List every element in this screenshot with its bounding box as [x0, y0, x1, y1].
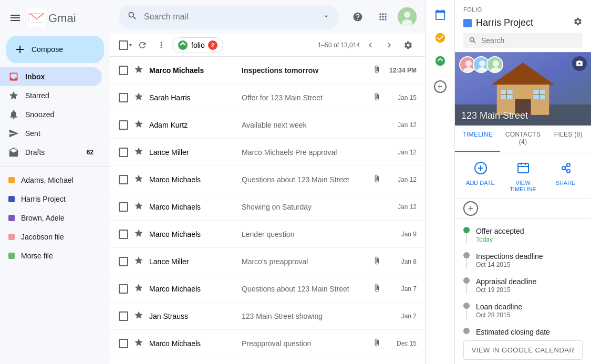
email-checkbox[interactable]: [119, 311, 128, 321]
email-date: Jan 8: [385, 258, 417, 265]
select-all-area[interactable]: ▾: [119, 40, 132, 50]
sidebar-item-inbox[interactable]: Inbox: [0, 67, 102, 86]
prev-page-button[interactable]: [362, 37, 379, 54]
timeline-title: Appraisal deadline: [476, 277, 583, 286]
select-dropdown-icon[interactable]: ▾: [129, 42, 132, 48]
tab-contacts[interactable]: Contacts (4): [500, 126, 545, 152]
view-calendar-button[interactable]: VIEW IN GOOGLE CALENDAR: [463, 340, 583, 360]
menu-icon[interactable]: [8, 12, 21, 24]
next-page-button[interactable]: [381, 37, 398, 54]
email-checkbox[interactable]: [119, 284, 128, 294]
camera-icon[interactable]: [572, 56, 587, 71]
panel-search-input[interactable]: [481, 36, 577, 45]
email-checkbox[interactable]: [119, 148, 128, 157]
search-box[interactable]: [119, 5, 339, 29]
email-star-icon[interactable]: [132, 201, 145, 213]
help-button[interactable]: [347, 6, 368, 27]
email-checkbox[interactable]: [119, 230, 128, 239]
add-date-action[interactable]: Add Date: [459, 159, 502, 192]
side-folio-icon[interactable]: [430, 50, 451, 71]
folio-badge-icon: [178, 40, 188, 50]
email-star-icon[interactable]: [132, 92, 145, 103]
email-checkbox[interactable]: [119, 120, 128, 130]
email-row[interactable]: Marco Michaels Questions about 123 Main …: [110, 166, 425, 193]
email-subject: Available next week: [242, 121, 364, 129]
email-star-icon[interactable]: [132, 283, 145, 295]
drafts-label: Drafts: [25, 148, 45, 157]
tab-timeline[interactable]: Timeline: [455, 126, 500, 152]
email-checkbox[interactable]: [119, 257, 128, 266]
sidebar-header: Gmail: [0, 4, 110, 36]
email-row[interactable]: Sarah Harris Offer for 123 Main Street J…: [110, 84, 425, 111]
add-button[interactable]: +: [463, 201, 478, 216]
email-star-icon[interactable]: [132, 174, 145, 185]
svg-point-21: [479, 60, 485, 67]
email-sender: Marco Michaels: [149, 66, 233, 75]
sidebar-item-snoozed[interactable]: Snoozed: [0, 105, 102, 124]
email-checkbox[interactable]: [119, 93, 128, 102]
email-star-icon[interactable]: [132, 147, 145, 158]
timeline-dot-container: [463, 303, 470, 319]
timeline-title: Loan deadline: [476, 303, 583, 311]
compose-button[interactable]: Compose: [6, 36, 104, 63]
email-star-icon[interactable]: [132, 65, 145, 76]
search-dropdown-icon[interactable]: [322, 12, 330, 22]
adams-label-dot: [8, 177, 15, 183]
timeline-date: Today: [476, 236, 583, 243]
sidebar-item-sent[interactable]: Sent: [0, 124, 102, 143]
tab-files[interactable]: Files (8): [546, 126, 591, 152]
panel-search[interactable]: [463, 33, 583, 48]
folio-badge[interactable]: folio 2: [172, 37, 223, 53]
email-row[interactable]: Marco Michaels Preapproval question Dec …: [110, 330, 425, 357]
side-tasks-icon[interactable]: [430, 27, 451, 48]
email-checkbox[interactable]: [119, 175, 128, 184]
avatar[interactable]: [398, 7, 417, 26]
email-row[interactable]: Adam Kurtz Available next week Jan 12: [110, 111, 425, 139]
share-action[interactable]: Share: [544, 159, 587, 192]
side-calendar-icon[interactable]: [430, 4, 451, 25]
email-row[interactable]: Marco Michaels Showing on Sunday Dec 7: [110, 357, 425, 364]
email-star-icon[interactable]: [132, 338, 145, 349]
email-row[interactable]: Marco Michaels Showing on Saturday Jan 1…: [110, 193, 425, 221]
sidebar-label-morse[interactable]: Morse file: [0, 246, 102, 265]
side-add-icon[interactable]: +: [434, 80, 447, 93]
sidebar-label-brown[interactable]: Brown, Adele: [0, 209, 102, 227]
adams-label-text: Adams, Michael: [21, 176, 74, 184]
jacobson-label-dot: [8, 234, 15, 240]
email-star-icon[interactable]: [132, 228, 145, 240]
svg-point-22: [477, 67, 488, 73]
attachment-icon: [372, 174, 381, 185]
email-row[interactable]: Marco Michaels Lender question Jan 9: [110, 221, 425, 248]
sidebar-item-drafts[interactable]: Drafts 62: [0, 143, 102, 162]
email-checkbox[interactable]: [119, 202, 128, 212]
sidebar-label-jacobson[interactable]: Jacobson file: [0, 227, 102, 246]
email-checkbox[interactable]: [119, 339, 128, 348]
settings-button[interactable]: [400, 37, 417, 54]
svg-point-24: [491, 67, 501, 73]
email-row[interactable]: Lance Miller Marco's preapproval Jan 8: [110, 248, 425, 275]
email-checkbox[interactable]: [119, 66, 128, 75]
search-input[interactable]: [144, 12, 316, 22]
email-row[interactable]: Jan Strauss 123 Main Street showing Jan …: [110, 303, 425, 330]
email-star-icon[interactable]: [132, 256, 145, 267]
snooze-icon: [8, 109, 19, 120]
email-row[interactable]: Lance Miller Marco Michaels Pre approval…: [110, 139, 425, 166]
timeline-content: Appraisal deadline Oct 19 2015: [476, 277, 583, 294]
email-row[interactable]: Marco Michaels Questions about 123 Main …: [110, 275, 425, 303]
apps-button[interactable]: [372, 6, 393, 27]
email-star-icon[interactable]: [132, 119, 145, 131]
select-all-checkbox[interactable]: [119, 40, 128, 50]
sidebar-item-starred[interactable]: Starred: [0, 86, 102, 105]
panel-settings-icon[interactable]: [573, 17, 583, 29]
email-star-icon[interactable]: [132, 310, 145, 322]
email-row[interactable]: Marco Michaels Inspections tomorrow 12:3…: [110, 57, 425, 84]
email-date: Jan 7: [385, 285, 417, 293]
sidebar-label-harris[interactable]: Harris Project: [0, 190, 102, 209]
refresh-button[interactable]: [134, 37, 151, 54]
email-date: Jan 2: [385, 313, 417, 320]
more-button[interactable]: [153, 37, 170, 54]
email-date: Dec 15: [385, 340, 417, 347]
view-timeline-action[interactable]: View Timeline: [502, 159, 544, 192]
email-list: Marco Michaels Inspections tomorrow 12:3…: [110, 57, 425, 364]
sidebar-label-adams[interactable]: Adams, Michael: [0, 171, 102, 190]
